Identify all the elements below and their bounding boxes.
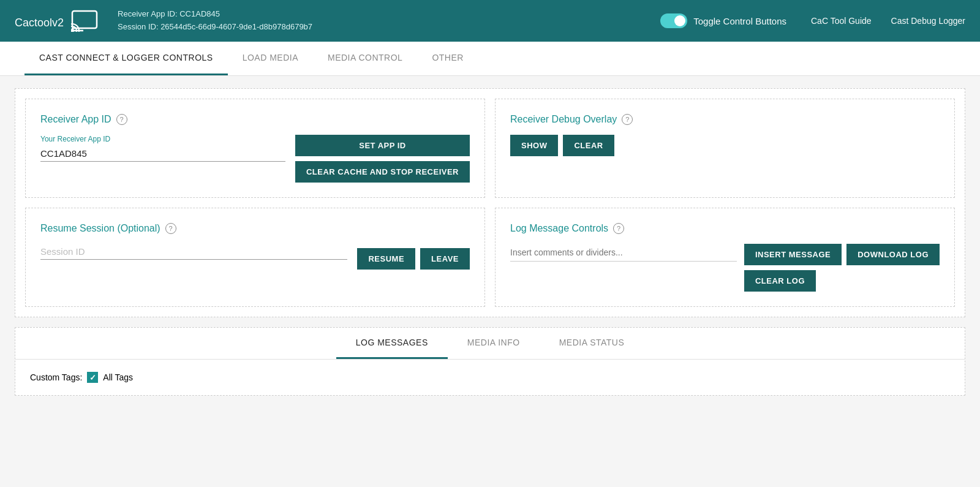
clear-log-button[interactable]: CLEAR LOG [744, 270, 816, 292]
tab-other[interactable]: OTHER [417, 42, 478, 75]
resume-session-buttons: RESUME LEAVE [357, 248, 470, 270]
logo-section: Cactoolv2 [15, 10, 98, 32]
tab-media-control[interactable]: MEDIA CONTROL [313, 42, 417, 75]
resume-button[interactable]: RESUME [357, 248, 415, 270]
bottom-content: Custom Tags: All Tags [15, 360, 965, 395]
receiver-debug-overlay-help-icon[interactable]: ? [622, 114, 633, 125]
header-info: Receiver App ID: CC1AD845 Session ID: 26… [118, 8, 660, 34]
all-tags-checkbox[interactable] [87, 372, 98, 383]
receiver-app-id-left: Your Receiver App ID [40, 135, 285, 172]
logo-name: Cactool [15, 17, 52, 29]
custom-tags-row: Custom Tags: All Tags [30, 372, 950, 383]
log-message-controls-title: Log Message Controls ? [510, 223, 940, 234]
log-buttons: INSERT MESSAGE DOWNLOAD LOG CLEAR LOG [744, 244, 940, 292]
log-message-controls-help-icon[interactable]: ? [613, 223, 624, 234]
all-tags-label: All Tags [103, 372, 133, 382]
download-log-button[interactable]: DOWNLOAD LOG [846, 244, 940, 265]
receiver-debug-overlay-panel: Receiver Debug Overlay ? SHOW CLEAR [495, 99, 955, 198]
tab-load-media[interactable]: LOAD MEDIA [228, 42, 313, 75]
resume-session-input-wrap [40, 244, 347, 270]
receiver-app-id-help-icon[interactable]: ? [116, 114, 127, 125]
log-comment-input[interactable] [510, 244, 737, 262]
bottom-tab-log-messages[interactable]: LOG MESSAGES [336, 328, 448, 359]
logo-text: Cactoolv2 [15, 11, 64, 31]
toggle-label: Toggle Control Buttons [693, 16, 786, 26]
main-tabs: CAST CONNECT & LOGGER CONTROLS LOAD MEDI… [0, 42, 980, 76]
receiver-debug-overlay-title: Receiver Debug Overlay ? [510, 114, 940, 125]
leave-button[interactable]: LEAVE [420, 248, 470, 270]
receiver-app-id-input[interactable] [40, 146, 285, 162]
app-header: Cactoolv2 Receiver App ID: CC1AD845 Sess… [0, 0, 980, 42]
clear-cache-stop-receiver-button[interactable]: CLEAR CACHE AND STOP RECEIVER [295, 161, 470, 183]
insert-message-button[interactable]: INSERT MESSAGE [744, 244, 842, 265]
resume-session-inner: RESUME LEAVE [40, 244, 470, 270]
panels-grid: Receiver App ID ? Your Receiver App ID S… [15, 88, 965, 317]
receiver-app-id-panel: Receiver App ID ? Your Receiver App ID S… [25, 99, 485, 198]
main-content: Receiver App ID ? Your Receiver App ID S… [0, 76, 980, 408]
custom-tags-label: Custom Tags: [30, 372, 82, 382]
set-app-id-button[interactable]: SET APP ID [295, 135, 470, 156]
toggle-section: Toggle Control Buttons [660, 13, 786, 28]
tab-cast-connect[interactable]: CAST CONNECT & LOGGER CONTROLS [24, 42, 228, 75]
resume-session-panel: Resume Session (Optional) ? RESUME LEAVE [25, 208, 485, 307]
header-nav: CaC Tool Guide Cast Debug Logger [811, 16, 965, 26]
receiver-app-id-inner: Your Receiver App ID SET APP ID CLEAR CA… [40, 135, 470, 183]
logo-version: v2 [52, 17, 64, 29]
log-buttons-row-1: INSERT MESSAGE DOWNLOAD LOG [744, 244, 940, 265]
toggle-control-buttons[interactable] [660, 13, 687, 28]
receiver-app-id-title: Receiver App ID ? [40, 114, 470, 125]
cast-debug-logger-link[interactable]: Cast Debug Logger [891, 16, 965, 26]
session-id-input[interactable] [40, 244, 347, 260]
receiver-app-id-input-label: Your Receiver App ID [40, 135, 285, 143]
svg-point-1 [71, 29, 74, 32]
bottom-tabs: LOG MESSAGES MEDIA INFO MEDIA STATUS [15, 328, 965, 360]
session-id-header: Session ID: 26544d5c-66d9-4607-9de1-d8b9… [118, 21, 660, 34]
log-message-controls-panel: Log Message Controls ? INSERT MESSAGE DO… [495, 208, 955, 307]
cac-tool-guide-link[interactable]: CaC Tool Guide [811, 16, 872, 26]
cast-icon [71, 10, 98, 32]
log-controls-inner: INSERT MESSAGE DOWNLOAD LOG CLEAR LOG [510, 244, 940, 292]
clear-overlay-button[interactable]: CLEAR [563, 135, 614, 156]
receiver-debug-overlay-buttons: SHOW CLEAR [510, 135, 940, 156]
resume-session-help-icon[interactable]: ? [165, 223, 176, 234]
bottom-section: LOG MESSAGES MEDIA INFO MEDIA STATUS Cus… [15, 327, 965, 396]
receiver-app-id-header: Receiver App ID: CC1AD845 [118, 8, 660, 21]
receiver-app-id-buttons: SET APP ID CLEAR CACHE AND STOP RECEIVER [295, 135, 470, 183]
log-buttons-row-2: CLEAR LOG [744, 270, 940, 292]
bottom-tab-media-status[interactable]: MEDIA STATUS [540, 328, 644, 359]
bottom-tab-media-info[interactable]: MEDIA INFO [448, 328, 540, 359]
show-overlay-button[interactable]: SHOW [510, 135, 558, 156]
resume-session-title: Resume Session (Optional) ? [40, 223, 470, 234]
